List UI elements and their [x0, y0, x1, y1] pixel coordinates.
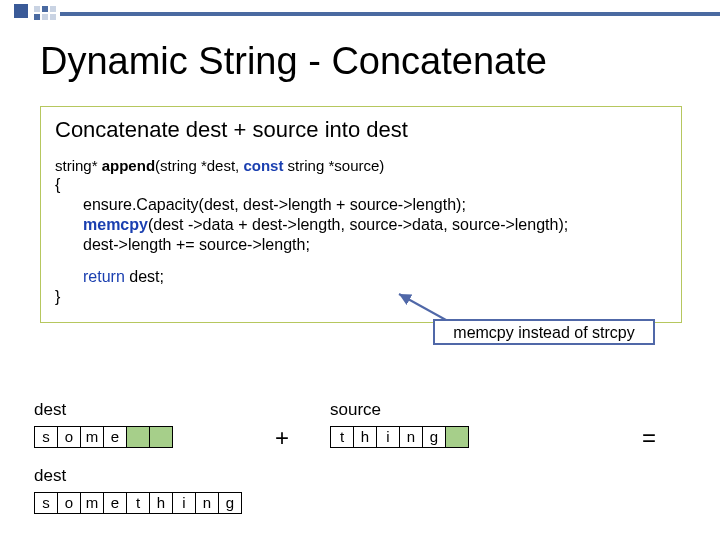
cell: t	[330, 426, 354, 448]
cell: t	[126, 492, 150, 514]
cell: n	[195, 492, 219, 514]
dest-label-2: dest	[34, 466, 66, 486]
cell: m	[80, 492, 104, 514]
cell: g	[422, 426, 446, 448]
dest-row-1: some	[34, 426, 173, 448]
function-signature: string* append(string *dest, const strin…	[55, 157, 667, 174]
cell: o	[57, 492, 81, 514]
sig-return-type: string*	[55, 157, 98, 174]
callout-arrow-icon	[391, 292, 591, 342]
cell	[149, 426, 173, 448]
sig-params-a: (string *dest,	[155, 157, 243, 174]
source-label: source	[330, 400, 381, 420]
top-divider	[60, 12, 720, 16]
svg-line-0	[399, 294, 446, 320]
memcpy-keyword: memcpy	[83, 216, 148, 233]
brand-square	[14, 4, 28, 18]
code-line-2: memcpy(dest ->data + dest->length, sourc…	[55, 216, 667, 234]
cell: e	[103, 426, 127, 448]
code-open-brace: {	[55, 176, 667, 194]
cell: s	[34, 492, 58, 514]
source-row: thing	[330, 426, 469, 448]
dest-label-1: dest	[34, 400, 66, 420]
return-keyword: return	[83, 268, 125, 285]
cell: o	[57, 426, 81, 448]
code-return-line: return dest;	[55, 268, 667, 286]
slide-title: Dynamic String - Concatenate	[40, 40, 547, 83]
cell: h	[353, 426, 377, 448]
cell: h	[149, 492, 173, 514]
return-rest: dest;	[125, 268, 164, 285]
cell: m	[80, 426, 104, 448]
code-line-1: ensure.Capacity(dest, dest->length + sou…	[55, 196, 667, 214]
code-line-2-rest: (dest ->data + dest->length, source->dat…	[148, 216, 568, 233]
cell: n	[399, 426, 423, 448]
cell: s	[34, 426, 58, 448]
cell	[126, 426, 150, 448]
cell	[445, 426, 469, 448]
sig-function-name: append	[102, 157, 155, 174]
brand-grid	[34, 6, 56, 20]
cell: i	[172, 492, 196, 514]
cell: i	[376, 426, 400, 448]
equals-operator: =	[642, 424, 656, 452]
code-subtitle: Concatenate dest + source into dest	[55, 117, 667, 143]
sig-params-b: string *source)	[283, 157, 384, 174]
code-line-3: dest->length += source->length;	[55, 236, 667, 254]
cell: g	[218, 492, 242, 514]
code-panel: Concatenate dest + source into dest stri…	[40, 106, 682, 323]
sig-const-keyword: const	[243, 157, 283, 174]
dest-row-2: something	[34, 492, 242, 514]
cell: e	[103, 492, 127, 514]
plus-operator: +	[275, 424, 289, 452]
